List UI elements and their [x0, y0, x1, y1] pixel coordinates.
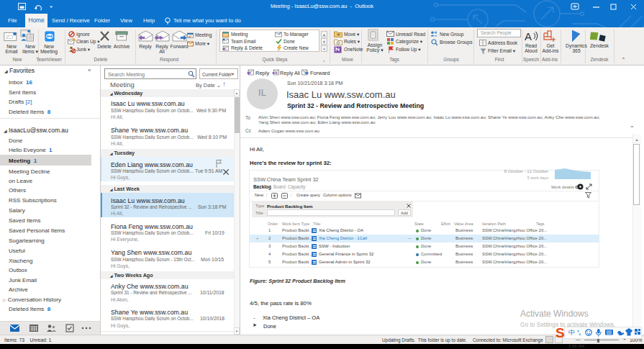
svg-text:’,: ’, [577, 329, 581, 336]
svg-text:中: 中 [568, 329, 575, 336]
svg-text:A: A [525, 30, 532, 42]
svg-text:S: S [555, 326, 565, 340]
